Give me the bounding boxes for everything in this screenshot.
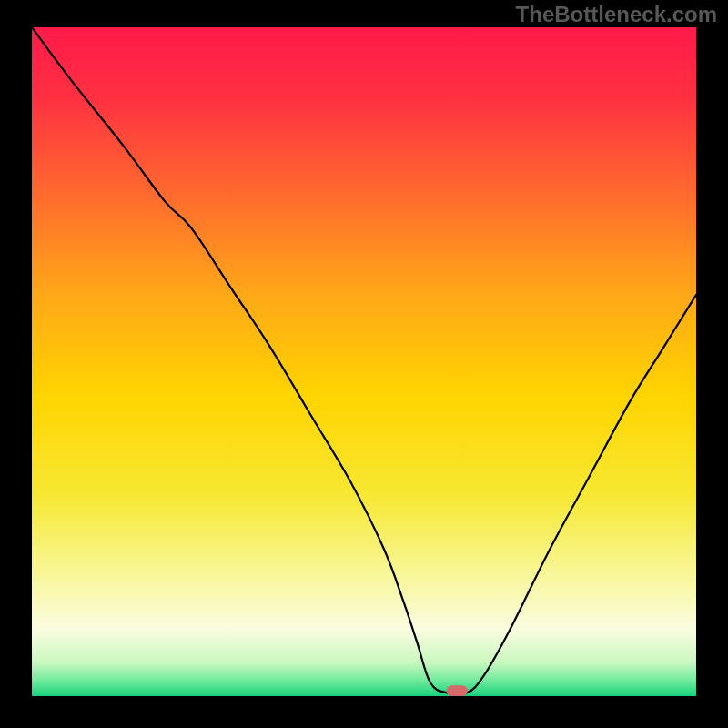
plot-area xyxy=(32,27,696,696)
bottleneck-chart xyxy=(32,27,696,696)
gradient-background xyxy=(32,27,696,696)
watermark-label: TheBottleneck.com xyxy=(516,2,717,27)
chart-frame: TheBottleneck.com xyxy=(0,0,728,728)
optimal-point-marker xyxy=(447,685,468,696)
